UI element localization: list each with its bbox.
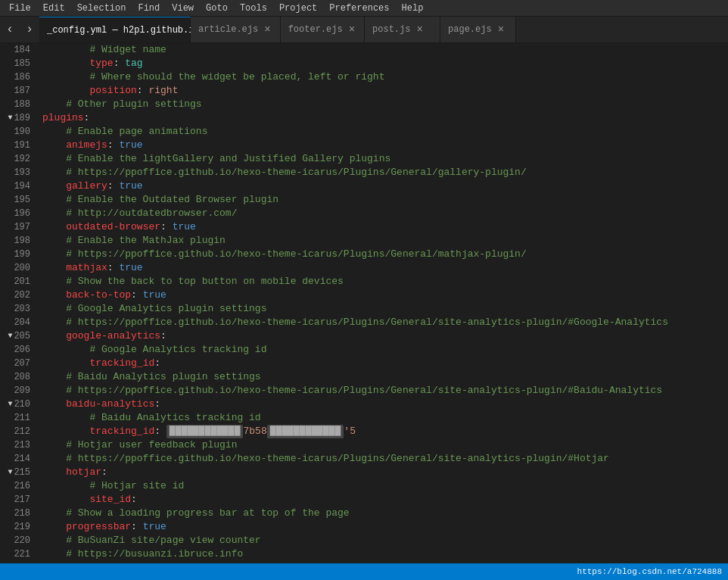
line-number: 212 xyxy=(6,425,30,438)
line-number: 213 xyxy=(6,438,30,452)
table-row: # Google Analytics plugin settings xyxy=(42,302,728,316)
tab-page-close[interactable]: × xyxy=(496,23,506,36)
line-number: 193 xyxy=(6,166,30,179)
table-row: # Show a loading progress bar at top of … xyxy=(42,507,728,520)
table-row: # https://ppoffice.github.io/hexo-theme-… xyxy=(42,166,728,179)
table-row: hotjar: xyxy=(42,466,728,479)
tab-article[interactable]: article.ejs × xyxy=(191,17,281,42)
table-row: # Hotjar user feedback plugin xyxy=(42,438,728,452)
line-number: 218 xyxy=(6,507,30,520)
line-number: 207 xyxy=(6,357,30,370)
line-number: 187 xyxy=(6,84,30,98)
menu-help[interactable]: Help xyxy=(396,0,430,17)
table-row: plugins: xyxy=(42,111,728,125)
table-row: gallery: true xyxy=(42,179,728,193)
menu-find[interactable]: Find xyxy=(132,0,166,17)
line-number: 190 xyxy=(6,125,30,139)
tab-article-close[interactable]: × xyxy=(263,23,272,36)
line-number: 188 xyxy=(6,98,30,111)
table-row: # BuSuanZi site/page view counter xyxy=(42,534,728,547)
table-row: # Baidu Analytics tracking id xyxy=(42,411,728,425)
table-row: # https://ppoffice.github.io/hexo-theme-… xyxy=(42,384,728,398)
menubar: File Edit Selection Find View Goto Tools… xyxy=(0,0,728,17)
table-row: # http://outdatedbrowser.com/ xyxy=(42,207,728,220)
line-number: 219 xyxy=(6,520,30,534)
tab-nav-next[interactable]: › xyxy=(20,17,39,42)
table-row: # Hotjar site id xyxy=(42,479,728,493)
table-row: animejs: true xyxy=(42,139,728,152)
line-number: 216 xyxy=(6,479,30,493)
line-number: 204 xyxy=(6,316,30,329)
table-row: # Other plugin settings xyxy=(42,98,728,111)
table-row: progressbar: true xyxy=(42,520,728,534)
tab-article-label: article.ejs xyxy=(198,24,258,35)
line-number: 200 xyxy=(6,261,30,275)
line-number: 217 xyxy=(6,493,30,507)
table-row: # Enable the MathJax plugin xyxy=(42,234,728,248)
line-number: 222 xyxy=(6,561,30,563)
table-row: outdated-browser: true xyxy=(42,220,728,234)
table-row: site_id: xyxy=(42,493,728,507)
line-number: 185 xyxy=(6,57,30,70)
tab-post[interactable]: post.js × xyxy=(365,17,440,42)
tab-page[interactable]: page.ejs × xyxy=(440,17,516,42)
line-number: 208 xyxy=(6,370,30,384)
line-number: ▼205 xyxy=(6,329,30,343)
table-row: # https://ppoffice.github.io/hexo-theme-… xyxy=(42,316,728,329)
table-row: google-analytics: xyxy=(42,329,728,343)
menu-view[interactable]: View xyxy=(166,0,200,17)
line-number: 203 xyxy=(6,302,30,316)
table-row: # Baidu Analytics plugin settings xyxy=(42,370,728,384)
line-number: 202 xyxy=(6,288,30,302)
table-row: # Enable the lightGallery and Justified … xyxy=(42,152,728,166)
tab-nav-prev[interactable]: ‹ xyxy=(0,17,20,42)
line-number: 201 xyxy=(6,275,30,288)
table-row: # https://ppoffice.github.io/hexo-theme-… xyxy=(42,248,728,261)
table-row: # https://busuanzi.ibruce.info xyxy=(42,547,728,561)
table-row: tracking_id: xyxy=(42,357,728,370)
table-row: baidu-analytics: xyxy=(42,398,728,411)
statusbar: https://blog.csdn.net/a724888 xyxy=(0,563,728,580)
table-row: tracking_id: ████████████7b58███████████… xyxy=(42,425,728,438)
line-number: 220 xyxy=(6,534,30,547)
tabbar: ‹ › _config.yml — h2pl.github.io\themes\… xyxy=(0,17,728,43)
line-number: 214 xyxy=(6,452,30,466)
line-number: 184 xyxy=(6,43,30,57)
line-number: 198 xyxy=(6,234,30,248)
table-row: # https://ppoffice.github.io/hexo-theme-… xyxy=(42,452,728,466)
menu-tools[interactable]: Tools xyxy=(234,0,273,17)
tab-footer-close[interactable]: × xyxy=(347,23,356,36)
tab-post-close[interactable]: × xyxy=(415,23,424,36)
menu-preferences[interactable]: Preferences xyxy=(323,0,395,17)
line-number: ▼189 xyxy=(6,111,30,125)
line-number: 196 xyxy=(6,207,30,220)
statusbar-right: https://blog.csdn.net/a724888 xyxy=(577,567,722,576)
line-number: 199 xyxy=(6,248,30,261)
line-number: ▼210 xyxy=(6,398,30,411)
tab-post-label: post.js xyxy=(372,24,410,35)
table-row: # Where should the widget be placed, lef… xyxy=(42,70,728,84)
line-number: 197 xyxy=(6,220,30,234)
tab-config[interactable]: _config.yml — h2pl.github.io\themes\icar… xyxy=(39,17,191,42)
menu-file[interactable]: File xyxy=(3,0,37,17)
code-content[interactable]: # Widget name type: tag # Where should t… xyxy=(39,43,728,563)
statusbar-url: https://blog.csdn.net/a724888 xyxy=(577,567,722,576)
tab-footer[interactable]: footer.ejs × xyxy=(281,17,365,42)
table-row: back-to-top: true xyxy=(42,288,728,302)
line-number: 195 xyxy=(6,193,30,207)
line-number: 206 xyxy=(6,343,30,357)
table-row: # Show the back to top button on mobile … xyxy=(42,275,728,288)
line-number: 211 xyxy=(6,411,30,425)
tab-footer-label: footer.ejs xyxy=(288,24,343,35)
line-numbers: 184185186187188▼189190191192193194195196… xyxy=(0,43,39,563)
table-row: position: right xyxy=(42,84,728,98)
editor: 184185186187188▼189190191192193194195196… xyxy=(0,43,728,563)
menu-selection[interactable]: Selection xyxy=(71,0,132,17)
line-number: 186 xyxy=(6,70,30,84)
table-row: # Enable the Outdated Browser plugin xyxy=(42,193,728,207)
menu-project[interactable]: Project xyxy=(273,0,323,17)
menu-goto[interactable]: Goto xyxy=(200,0,234,17)
menu-edit[interactable]: Edit xyxy=(37,0,71,17)
tab-page-label: page.ejs xyxy=(448,24,492,35)
line-number: 191 xyxy=(6,139,30,152)
